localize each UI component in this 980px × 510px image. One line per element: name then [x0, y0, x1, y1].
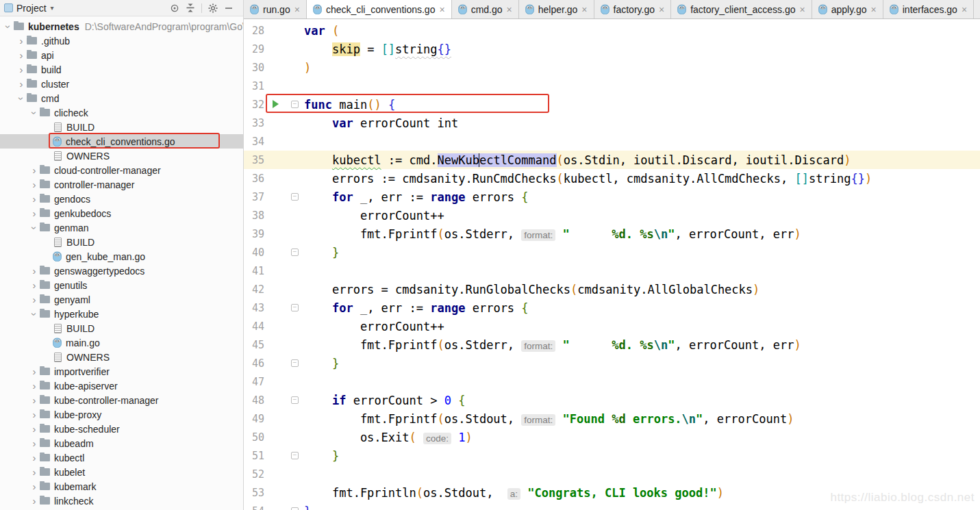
- tree-row-kube-scheduler[interactable]: ›kube-scheduler: [0, 422, 243, 436]
- chevron-expanded-icon[interactable]: ›: [29, 107, 39, 118]
- tab-helper-go[interactable]: helper.go×: [519, 0, 594, 18]
- hide-panel-icon[interactable]: [224, 3, 234, 13]
- tab-run-go[interactable]: run.go×: [244, 0, 307, 18]
- project-panel-title[interactable]: Project: [16, 3, 47, 14]
- tree-row--github[interactable]: ›.github: [0, 34, 243, 48]
- tab-apply-go[interactable]: apply.go×: [812, 0, 883, 18]
- chevron-down-icon[interactable]: ▾: [51, 4, 54, 12]
- close-tab-icon[interactable]: ×: [799, 5, 805, 14]
- tab-check-cli-conventions-go[interactable]: check_cli_conventions.go×: [307, 0, 452, 19]
- tree-row-build[interactable]: BUILD: [0, 321, 243, 335]
- chevron-collapsed-icon[interactable]: ›: [16, 65, 27, 75]
- chevron-collapsed-icon[interactable]: ›: [16, 79, 27, 89]
- close-tab-icon[interactable]: ×: [962, 5, 967, 14]
- folder-icon: [40, 224, 50, 231]
- chevron-collapsed-icon[interactable]: ›: [16, 36, 27, 46]
- fold-end-icon[interactable]: −: [291, 359, 299, 367]
- project-tree[interactable]: ›kubernetesD:\SoftwareAndProgram\program…: [0, 16, 243, 510]
- editor-gutter: 37−: [244, 188, 304, 206]
- chevron-collapsed-icon[interactable]: ›: [29, 381, 40, 391]
- run-main-icon[interactable]: [273, 100, 279, 108]
- tab-record-flag[interactable]: record_flag: [974, 0, 980, 18]
- tree-row-api[interactable]: ›api: [0, 48, 243, 62]
- tree-row-build[interactable]: ›build: [0, 62, 243, 77]
- tree-row-kubelet[interactable]: ›kubelet: [0, 465, 243, 479]
- close-tab-icon[interactable]: ×: [659, 5, 664, 14]
- chevron-collapsed-icon[interactable]: ›: [29, 453, 40, 463]
- tree-row-clicheck[interactable]: ›clicheck: [0, 105, 243, 120]
- chevron-expanded-icon[interactable]: ›: [3, 21, 13, 32]
- tree-row-kube-proxy[interactable]: ›kube-proxy: [0, 407, 243, 422]
- chevron-expanded-icon[interactable]: ›: [29, 222, 39, 233]
- chevron-expanded-icon[interactable]: ›: [29, 309, 39, 320]
- code-editor[interactable]: 28var (29 skip = []string{}30)3132−func …: [244, 19, 980, 510]
- tree-row-hyperkube[interactable]: ›hyperkube: [0, 307, 243, 321]
- tree-row-cluster[interactable]: ›cluster: [0, 77, 243, 91]
- chevron-collapsed-icon[interactable]: ›: [16, 51, 27, 60]
- fold-end-icon[interactable]: −: [291, 248, 299, 256]
- chevron-collapsed-icon[interactable]: ›: [29, 424, 40, 434]
- chevron-collapsed-icon[interactable]: ›: [29, 295, 40, 305]
- tree-row-kubeadm[interactable]: ›kubeadm: [0, 436, 243, 450]
- tree-row-kube-controller-manager[interactable]: ›kube-controller-manager: [0, 393, 243, 407]
- tree-row-gen-kube-man-go[interactable]: gen_kube_man.go: [0, 249, 243, 264]
- chevron-collapsed-icon[interactable]: ›: [29, 496, 40, 506]
- tab-interfaces-go[interactable]: interfaces.go×: [883, 0, 974, 18]
- collapse-all-icon[interactable]: [186, 3, 195, 13]
- fold-end-icon[interactable]: −: [291, 452, 299, 459]
- tree-row-cloud-controller-manager[interactable]: ›cloud-controller-manager: [0, 163, 243, 177]
- tab-factory-client-access-go[interactable]: factory_client_access.go×: [671, 0, 812, 18]
- chevron-collapsed-icon[interactable]: ›: [29, 410, 40, 420]
- tree-row-kubectl[interactable]: ›kubectl: [0, 450, 243, 465]
- chevron-collapsed-icon[interactable]: ›: [29, 194, 40, 204]
- tree-row-gendocs[interactable]: ›gendocs: [0, 192, 243, 206]
- close-tab-icon[interactable]: ×: [581, 5, 587, 14]
- chevron-collapsed-icon[interactable]: ›: [29, 468, 40, 477]
- chevron-collapsed-icon[interactable]: ›: [29, 180, 40, 190]
- chevron-collapsed-icon[interactable]: ›: [29, 482, 40, 492]
- chevron-collapsed-icon[interactable]: ›: [29, 281, 40, 290]
- tree-row-kubemark[interactable]: ›kubemark: [0, 479, 243, 494]
- tree-row-cmd[interactable]: ›cmd: [0, 91, 243, 105]
- fold-region-icon[interactable]: −: [291, 101, 299, 108]
- close-tab-icon[interactable]: ×: [871, 5, 877, 14]
- close-tab-icon[interactable]: ×: [294, 5, 300, 14]
- close-tab-icon[interactable]: ×: [507, 5, 512, 14]
- tree-row-genkubedocs[interactable]: ›genkubedocs: [0, 206, 243, 220]
- fold-end-icon[interactable]: −: [291, 507, 299, 510]
- chevron-collapsed-icon[interactable]: ›: [29, 439, 40, 448]
- tree-row-genswaggertypedocs[interactable]: ›genswaggertypedocs: [0, 264, 243, 278]
- tree-row-build[interactable]: BUILD: [0, 235, 243, 249]
- chevron-expanded-icon[interactable]: ›: [16, 93, 26, 104]
- tree-row-check-cli-conventions-go[interactable]: check_cli_conventions.go: [0, 134, 243, 149]
- settings-gear-icon[interactable]: [208, 3, 218, 13]
- editor-gutter: 54−: [244, 502, 304, 510]
- tree-row-main-go[interactable]: main.go: [0, 335, 243, 350]
- fold-region-icon[interactable]: −: [291, 304, 299, 311]
- tree-row-controller-manager[interactable]: ›controller-manager: [0, 177, 243, 192]
- chevron-collapsed-icon[interactable]: ›: [29, 166, 40, 175]
- tree-row-kube-apiserver[interactable]: ›kube-apiserver: [0, 379, 243, 393]
- chevron-collapsed-icon[interactable]: ›: [29, 209, 40, 218]
- tab-factory-go[interactable]: factory.go×: [594, 0, 672, 18]
- tree-row-importverifier[interactable]: ›importverifier: [0, 364, 243, 379]
- chevron-collapsed-icon[interactable]: ›: [29, 367, 40, 377]
- tree-row-genutils[interactable]: ›genutils: [0, 278, 243, 292]
- chevron-collapsed-icon[interactable]: ›: [29, 266, 40, 276]
- tree-row-label: clicheck: [54, 107, 88, 118]
- tree-row-build[interactable]: BUILD: [0, 120, 243, 134]
- tree-row-genman[interactable]: ›genman: [0, 220, 243, 235]
- tab-cmd-go[interactable]: cmd.go×: [452, 0, 519, 18]
- code-token: fmt.Fprintln: [304, 486, 416, 500]
- tree-row-owners[interactable]: OWNERS: [0, 350, 243, 364]
- fold-region-icon[interactable]: −: [291, 193, 299, 201]
- tree-row-linkcheck[interactable]: ›linkcheck: [0, 494, 243, 508]
- locate-icon[interactable]: [170, 3, 179, 13]
- tree-row-owners[interactable]: OWNERS: [0, 149, 243, 163]
- tree-row-kubernetes[interactable]: ›kubernetesD:\SoftwareAndProgram\program…: [0, 19, 243, 34]
- tree-row-genyaml[interactable]: ›genyaml: [0, 292, 243, 307]
- code-token: [304, 42, 332, 56]
- chevron-collapsed-icon[interactable]: ›: [29, 396, 40, 405]
- close-tab-icon[interactable]: ×: [439, 5, 444, 14]
- fold-region-icon[interactable]: −: [291, 396, 299, 404]
